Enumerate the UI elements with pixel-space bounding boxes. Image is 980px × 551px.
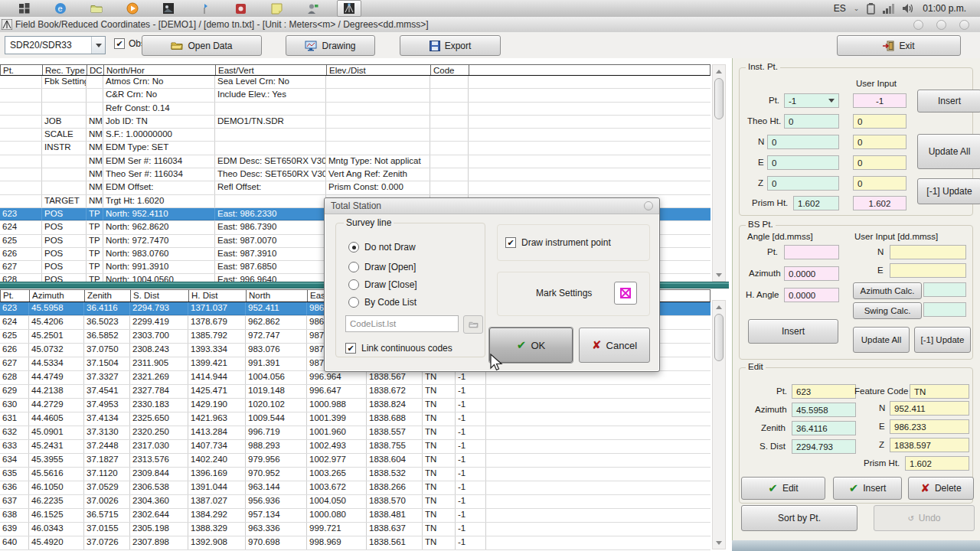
folder-icon[interactable] <box>85 1 108 16</box>
azimuth-calc-field[interactable] <box>923 282 966 297</box>
table-row[interactable]: NMEDM Ser #: 116034EDM Desc: SET650RX V3… <box>0 155 710 168</box>
delete-button[interactable]: ✘Delete <box>908 477 974 500</box>
z-user-input[interactable]: 0 <box>853 176 906 191</box>
user-account-icon[interactable] <box>301 1 324 16</box>
scroll-down-arrow[interactable] <box>713 269 725 281</box>
edit-n-field[interactable]: 952.411 <box>890 401 969 416</box>
edit-z-field[interactable]: 1838.597 <box>890 438 969 452</box>
table-row[interactable]: 63144.460537.41342325.6501421.9631009.54… <box>0 412 710 426</box>
open-data-button[interactable]: Open Data <box>142 35 262 56</box>
draw-instrument-checkbox[interactable]: ✔ Draw instrument point <box>505 237 611 248</box>
codelist-input[interactable]: CodeList.lst <box>345 315 459 332</box>
column-header[interactable]: North <box>247 290 308 302</box>
cancel-button[interactable]: ✘Cancel <box>579 328 650 363</box>
table-row[interactable]: C&R Crn: NoInclude Elev.: Yes <box>0 89 710 102</box>
column-header[interactable]: DC <box>87 65 104 75</box>
inst-minus1-update-button[interactable]: [-1] Update <box>917 178 980 204</box>
scroll-thumb[interactable] <box>714 314 724 361</box>
prism-ht-user-input[interactable]: 1.602 <box>853 196 906 210</box>
sort-by-pt-button[interactable]: Sort by Pt. <box>741 505 858 531</box>
mark-settings-button[interactable] <box>614 282 637 305</box>
bs-insert-button[interactable]: Insert <box>748 319 838 344</box>
column-header[interactable]: Azimuth <box>30 290 85 302</box>
table-row[interactable]: 64045.492037.07262307.8981392.908970.698… <box>0 536 710 550</box>
table-row[interactable]: Refr Const: 0.14 <box>0 103 710 116</box>
media-player-icon[interactable] <box>121 1 144 16</box>
table-row[interactable]: 63345.243137.24482317.0301407.734988.293… <box>0 440 710 454</box>
survey-app-icon[interactable] <box>337 0 361 17</box>
table-row[interactable]: 63044.272937.49532330.1831429.1901020.10… <box>0 399 710 412</box>
column-header[interactable]: Zenith <box>85 290 131 302</box>
table-row[interactable]: Fbk SettingsAtmos Crn: NoSea Level Crn: … <box>0 76 710 89</box>
scroll-down-arrow[interactable] <box>713 536 725 549</box>
pdf-app-icon[interactable] <box>229 1 252 16</box>
photo-viewer-icon[interactable] <box>157 1 180 16</box>
radio-do-not-draw[interactable]: Do not Draw <box>348 242 416 253</box>
language-indicator[interactable]: ES <box>834 3 846 14</box>
dialog-close-button[interactable] <box>644 201 653 210</box>
drawing-button[interactable]: Drawing <box>286 35 375 56</box>
swing-calc-button[interactable]: Swing Calc. <box>853 302 922 319</box>
table-row[interactable]: 63545.561637.11202309.8441396.169970.952… <box>0 468 710 481</box>
dialog-titlebar[interactable]: Total Station <box>325 198 659 214</box>
export-button[interactable]: Export <box>400 35 501 56</box>
bs-azimuth-field[interactable]: 0.0000 <box>784 266 839 281</box>
bs-n-field[interactable] <box>890 245 966 259</box>
minimize-button[interactable] <box>913 20 923 30</box>
clock[interactable]: 01:00 p.m. <box>923 3 966 14</box>
table-row[interactable]: 62944.213837.45412327.7841425.4711019.14… <box>0 385 710 399</box>
column-header[interactable]: Pt. <box>1 65 43 75</box>
scroll-thumb[interactable] <box>714 78 724 119</box>
scroll-up-arrow[interactable] <box>713 301 725 313</box>
n-field[interactable]: 0 <box>767 135 839 149</box>
battery-icon[interactable] <box>867 3 875 15</box>
column-header[interactable]: Pt. <box>1 290 30 302</box>
map-pin-icon[interactable] <box>193 1 216 16</box>
edit-sdist-field[interactable]: 2294.793 <box>792 439 856 454</box>
table-row[interactable]: NMTheo Ser #: 116034Theo Desc: SET650RX … <box>0 168 710 181</box>
bs-minus1-update-button[interactable]: [-1] Update <box>914 327 971 353</box>
inst-pt-pt-user-input[interactable]: -1 <box>853 93 906 108</box>
column-header[interactable]: North/Hor <box>104 65 216 75</box>
column-header[interactable]: S. Dist <box>131 290 189 302</box>
scroll-up-arrow[interactable] <box>713 65 725 77</box>
edit-e-field[interactable]: 986.233 <box>890 419 969 434</box>
bs-pt-field[interactable] <box>784 245 839 259</box>
inst-update-all-button[interactable]: Update All <box>917 134 980 169</box>
feature-code-field[interactable]: TN <box>910 384 969 399</box>
obs-checkbox[interactable]: ✔ Obs <box>114 38 145 49</box>
radio-draw-close-[interactable]: Draw [Close] <box>348 279 417 290</box>
chevron-up-icon[interactable]: ⌄ <box>854 5 860 12</box>
signal-bars-icon[interactable] <box>883 3 895 14</box>
exit-button[interactable]: Exit <box>837 35 961 56</box>
column-header[interactable]: Elev./Dist <box>327 65 431 75</box>
column-header[interactable]: East/Vert <box>216 65 327 75</box>
link-codes-checkbox[interactable]: ✔ Link continuous codes <box>345 343 452 354</box>
bs-update-all-button[interactable]: Update All <box>853 327 910 353</box>
radio-draw-open-[interactable]: Draw [Open] <box>348 262 416 272</box>
column-header[interactable]: H. Dist <box>189 290 247 302</box>
speaker-icon[interactable] <box>903 3 915 14</box>
internet-explorer-icon[interactable]: e <box>49 1 72 16</box>
table-row[interactable]: 63445.395537.18272313.5761402.240979.956… <box>0 454 710 468</box>
table-row[interactable]: 63646.105037.05292306.5381391.044963.144… <box>0 481 710 495</box>
table-row[interactable]: NMEDM Offset:Refl Offset:Prism Const: 0.… <box>0 181 710 194</box>
swing-calc-field[interactable] <box>923 302 966 317</box>
maximize-button[interactable] <box>936 20 946 30</box>
bs-h-angle-field[interactable]: 0.0000 <box>784 288 839 302</box>
upper-table-scrollbar[interactable] <box>712 64 726 282</box>
close-button[interactable] <box>959 20 969 30</box>
e-user-input[interactable]: 0 <box>853 155 906 170</box>
edit-prism-field[interactable]: 1.602 <box>905 456 969 471</box>
radio-by-code-list[interactable]: By Code List <box>348 297 416 308</box>
edit-azimuth-field[interactable]: 45.5958 <box>792 403 856 417</box>
table-row[interactable]: 63946.034337.01552305.1981388.329963.336… <box>0 523 710 536</box>
inst-insert-button[interactable]: Insert <box>917 90 980 112</box>
edit-pt-field[interactable]: 623 <box>792 384 856 399</box>
theo-ht-user-input[interactable]: 0 <box>853 114 906 129</box>
windows-logo-icon[interactable] <box>13 1 36 16</box>
column-header[interactable]: Code <box>431 65 469 75</box>
theo-ht-field[interactable]: 0 <box>784 114 839 129</box>
inst-pt-pt-combo[interactable]: -1 <box>784 93 839 108</box>
table-row[interactable]: INSTRNMEDM Type: SET <box>0 142 710 155</box>
